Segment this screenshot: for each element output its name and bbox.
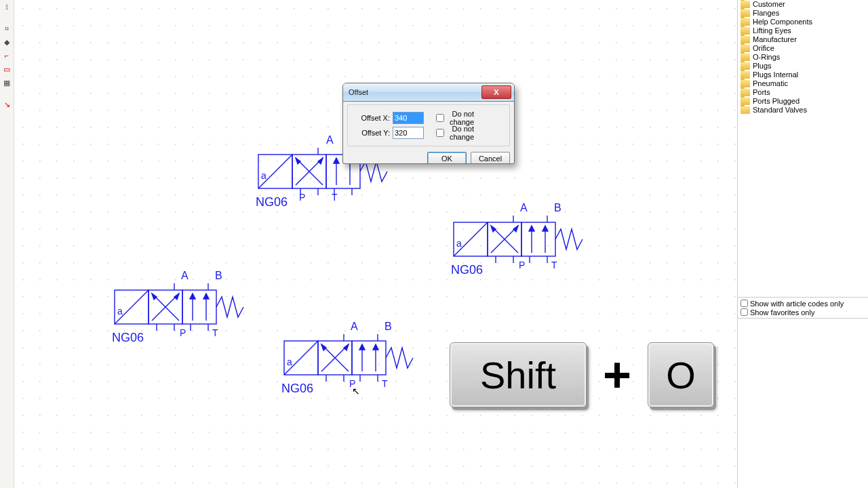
filter-favorites-label: Show favorites only <box>750 308 814 317</box>
tree-item-label: Pneumatic <box>753 79 788 88</box>
filter-article-codes-checkbox[interactable] <box>741 300 748 307</box>
tool-diamond-icon[interactable]: ◆ <box>1 37 12 47</box>
folder-icon <box>741 36 750 43</box>
keyboard-hint: Shift + O <box>450 342 714 407</box>
tree-item-label: O-Rings <box>753 53 780 62</box>
folder-icon <box>741 106 750 114</box>
tree-item-o-rings[interactable]: O-Rings <box>738 53 868 62</box>
svg-text:T: T <box>551 260 557 270</box>
tree-item-standard-valves[interactable]: Standard Valves <box>738 106 868 115</box>
tree-item-lifting-eyes[interactable]: Lifting Eyes <box>738 26 868 35</box>
offset-dialog: Offset X Offset X: Do not change Offset … <box>342 83 515 164</box>
cancel-button[interactable]: Cancel <box>471 152 510 164</box>
tree-item-plugs[interactable]: Plugs <box>738 62 868 70</box>
tree-item-label: Lifting Eyes <box>753 26 791 35</box>
tree-item-label: Help Components <box>753 18 812 26</box>
tree-item-label: Manufacturer <box>753 35 797 44</box>
svg-text:B: B <box>215 270 222 281</box>
component-tree[interactable]: CustomerFlangesHelp ComponentsLifting Ey… <box>738 0 868 297</box>
tool-node-icon[interactable]: ↘ <box>1 99 12 110</box>
key-o: O <box>648 342 714 407</box>
svg-text:A: A <box>181 270 189 281</box>
preview-pane <box>738 318 868 488</box>
component-panel: CustomerFlangesHelp ComponentsLifting Ey… <box>737 0 868 488</box>
nochangey-checkbox[interactable] <box>436 129 444 137</box>
tree-item-pneumatic[interactable]: Pneumatic <box>738 79 868 88</box>
svg-text:B: B <box>554 202 561 214</box>
key-shift: Shift <box>450 342 587 407</box>
svg-text:NG06: NG06 <box>112 331 144 344</box>
tree-item-label: Plugs <box>753 62 772 70</box>
dialog-title: Offset <box>349 88 368 96</box>
tree-item-orifice[interactable]: Orifice <box>738 44 868 53</box>
svg-text:A: A <box>351 321 358 332</box>
svg-text:T: T <box>382 378 388 389</box>
svg-text:NG06: NG06 <box>256 195 288 209</box>
svg-text:a: a <box>261 170 267 181</box>
folder-icon <box>741 71 750 79</box>
nochangey-label: Do not change <box>446 125 474 141</box>
tool-pointer-icon[interactable]: ⟟ <box>1 1 12 12</box>
tree-item-flanges[interactable]: Flanges <box>738 9 868 18</box>
drawing-canvas[interactable]: A a P T NG06 A B a P T NG06 A B a P T NG… <box>14 0 737 488</box>
folder-icon <box>741 54 750 61</box>
tree-item-label: Flanges <box>753 9 779 18</box>
filter-favorites-checkbox[interactable] <box>741 308 748 316</box>
svg-text:a: a <box>287 357 292 367</box>
tree-item-customer[interactable]: Customer <box>738 0 868 9</box>
folder-icon <box>741 27 750 35</box>
svg-text:NG06: NG06 <box>451 263 483 277</box>
svg-text:A: A <box>520 202 528 214</box>
folder-icon <box>741 98 750 105</box>
plus-icon: + <box>603 347 631 403</box>
svg-text:T: T <box>332 192 338 203</box>
tool-rect-icon[interactable]: ▭ <box>1 64 12 75</box>
folder-icon <box>741 80 750 87</box>
svg-text:B: B <box>384 321 392 332</box>
close-button[interactable]: X <box>481 85 511 99</box>
svg-text:a: a <box>117 306 123 317</box>
folder-icon <box>741 89 750 96</box>
tree-item-plugs-internal[interactable]: Plugs Internal <box>738 70 868 79</box>
filter-article-codes-label: Show with article codes only <box>750 300 844 308</box>
svg-text:P: P <box>349 378 355 389</box>
tree-item-label: Orifice <box>753 44 774 53</box>
tree-item-ports[interactable]: Ports <box>738 88 868 97</box>
nochangex-label: Do not change <box>446 110 474 126</box>
folder-icon <box>741 62 750 70</box>
svg-text:T: T <box>212 327 218 338</box>
svg-text:a: a <box>456 238 462 249</box>
tool-grid-icon[interactable]: ▦ <box>1 77 12 88</box>
tool-l-shape-icon[interactable]: ⌐ <box>1 50 12 61</box>
tree-item-label: Ports <box>753 88 770 97</box>
folder-icon <box>741 45 750 52</box>
tree-item-label: Customer <box>753 0 785 9</box>
tool-group-icon[interactable]: ⌗ <box>1 23 12 34</box>
folder-icon <box>741 1 750 8</box>
svg-text:P: P <box>519 260 525 270</box>
left-toolbar: ⟟ ⌗ ◆ ⌐ ▭ ▦ ↘ <box>0 0 14 488</box>
tree-item-label: Standard Valves <box>753 106 807 115</box>
svg-text:P: P <box>180 327 186 338</box>
offset-y-input[interactable] <box>393 127 424 139</box>
tree-item-label: Plugs Internal <box>753 70 798 79</box>
tree-item-manufacturer[interactable]: Manufacturer <box>738 35 868 44</box>
svg-text:NG06: NG06 <box>281 382 313 395</box>
offset-y-label: Offset Y: <box>352 129 390 137</box>
dialog-titlebar[interactable]: Offset X <box>343 83 514 102</box>
schematic-layer: A a P T NG06 A B a P T NG06 A B a P T NG… <box>14 0 733 488</box>
tree-item-help-components[interactable]: Help Components <box>738 18 868 26</box>
folder-icon <box>741 18 750 26</box>
offset-x-input[interactable] <box>393 112 424 124</box>
svg-text:P: P <box>299 192 305 203</box>
close-icon: X <box>494 88 498 96</box>
tree-item-ports-plugged[interactable]: Ports Plugged <box>738 97 868 106</box>
offset-x-label: Offset X: <box>352 114 390 122</box>
svg-text:A: A <box>326 134 334 146</box>
folder-icon <box>741 9 750 17</box>
tree-item-label: Ports Plugged <box>753 97 800 106</box>
ok-button[interactable]: OK <box>427 152 467 164</box>
nochangex-checkbox[interactable] <box>436 114 444 122</box>
